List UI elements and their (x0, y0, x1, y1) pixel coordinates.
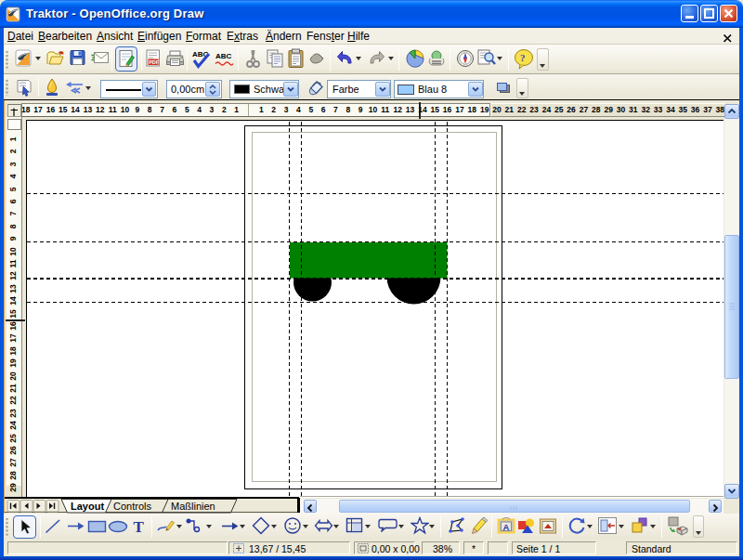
svg-text:A: A (503, 522, 510, 532)
svg-text:?: ? (520, 52, 526, 63)
svg-text:PDF: PDF (149, 59, 160, 65)
svg-text:T: T (134, 518, 145, 535)
svg-text:ABC: ABC (215, 52, 232, 60)
